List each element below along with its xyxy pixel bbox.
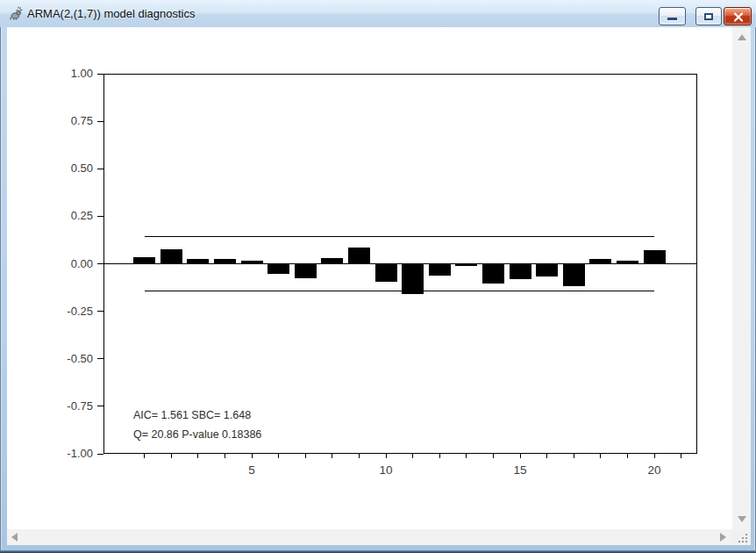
y-axis-tick-label: 0.75 — [33, 114, 93, 128]
chart-canvas: AIC= 1.561 SBC= 1.648 Q= 20.86 P-value 0… — [7, 27, 732, 529]
left-arrow-icon[interactable] — [11, 533, 18, 542]
resize-grip-icon[interactable] — [745, 541, 747, 542]
acf-bar-lag-13 — [455, 264, 477, 267]
y-axis-tick-label: 1.00 — [33, 67, 93, 81]
y-axis-tick-label: 0.25 — [33, 209, 93, 223]
x-axis-tick — [681, 454, 681, 458]
y-axis-tick-label: -0.50 — [33, 352, 93, 366]
acf-bar-lag-16 — [536, 264, 558, 276]
rat-icon — [9, 6, 24, 21]
down-arrow-icon[interactable] — [738, 516, 746, 522]
x-axis-tick-label: 10 — [368, 463, 403, 478]
x-axis-tick — [493, 454, 494, 458]
x-axis-tick — [466, 454, 467, 458]
x-axis-tick-label: 15 — [503, 463, 538, 478]
title-bar[interactable]: ARMA(2,(1,7)) model diagnostics — [0, 0, 756, 27]
y-axis-tick — [97, 454, 103, 455]
x-axis-tick — [546, 454, 547, 458]
acf-bar-lag-12 — [429, 264, 451, 276]
y-axis-tick — [97, 121, 103, 122]
window-title: ARMA(2,(1,7)) model diagnostics — [27, 7, 195, 20]
acf-bar-lag-2 — [160, 249, 182, 263]
minimize-button[interactable] — [659, 7, 686, 25]
x-axis-tick — [574, 454, 574, 458]
x-axis-tick — [412, 454, 413, 458]
graph-client-area: AIC= 1.561 SBC= 1.648 Q= 20.86 P-value 0… — [7, 27, 732, 529]
close-icon — [732, 11, 745, 23]
x-axis-tick — [439, 454, 440, 458]
x-axis-tick-label: 5 — [234, 463, 269, 478]
x-axis-tick — [144, 454, 145, 458]
y-axis-tick — [97, 311, 103, 312]
x-axis-tick — [600, 454, 601, 458]
upper-confidence-band — [145, 236, 654, 237]
y-axis-tick — [97, 263, 103, 264]
x-axis-tick — [225, 454, 225, 458]
acf-bar-lag-8 — [321, 258, 343, 264]
x-axis-tick — [654, 454, 655, 458]
scrollbar-corner — [732, 529, 751, 545]
restore-button[interactable] — [695, 7, 722, 25]
y-axis-tick — [97, 216, 103, 217]
acf-bar-lag-1 — [133, 257, 155, 263]
acf-bar-lag-10 — [375, 264, 397, 283]
acf-bar-lag-4 — [214, 259, 236, 264]
acf-bar-lag-18 — [589, 259, 611, 264]
up-arrow-icon[interactable] — [738, 34, 746, 40]
y-axis-tick-label: -0.25 — [33, 305, 93, 319]
right-arrow-icon[interactable] — [720, 533, 726, 542]
x-axis-tick — [386, 454, 387, 458]
x-axis-tick — [278, 454, 279, 458]
x-axis-tick — [332, 454, 332, 458]
acf-bar-lag-9 — [348, 248, 370, 264]
y-axis-tick-label: -1.00 — [33, 447, 93, 461]
y-axis-tick-label: -0.75 — [33, 399, 93, 413]
acf-bar-lag-14 — [482, 264, 504, 284]
y-axis-tick-label: 0.00 — [33, 257, 93, 271]
y-axis-tick — [97, 74, 103, 75]
close-button[interactable] — [724, 7, 752, 25]
application-window: ARMA(2,(1,7)) model diagnostics AIC= 1.5… — [0, 0, 756, 553]
lower-confidence-band — [145, 291, 654, 291]
x-axis-tick — [627, 454, 628, 458]
y-axis-tick-label: 0.50 — [33, 162, 93, 176]
x-axis-tick — [359, 454, 360, 458]
acf-bar-lag-19 — [617, 261, 638, 263]
acf-bar-lag-15 — [510, 264, 531, 280]
acf-bar-lag-7 — [295, 264, 317, 279]
minimize-icon — [667, 18, 677, 20]
x-axis-tick — [520, 454, 521, 458]
acf-bar-lag-11 — [402, 264, 424, 294]
acf-bar-lag-20 — [644, 250, 666, 263]
x-axis-tick — [197, 454, 198, 458]
acf-bar-lag-6 — [267, 264, 289, 275]
x-axis-tick-label: 20 — [637, 463, 672, 478]
acf-bar-lag-17 — [563, 264, 585, 287]
x-axis-tick — [305, 454, 306, 458]
acf-bar-lag-5 — [241, 261, 263, 264]
vertical-scrollbar[interactable] — [732, 27, 751, 529]
x-axis-tick — [171, 454, 172, 458]
y-axis-tick — [97, 406, 103, 406]
y-axis-tick — [97, 169, 103, 169]
y-axis-tick — [97, 358, 103, 359]
horizontal-scrollbar[interactable] — [7, 529, 732, 545]
acf-bar-lag-3 — [187, 259, 209, 263]
restore-icon — [704, 13, 713, 20]
x-axis-tick — [252, 454, 253, 458]
